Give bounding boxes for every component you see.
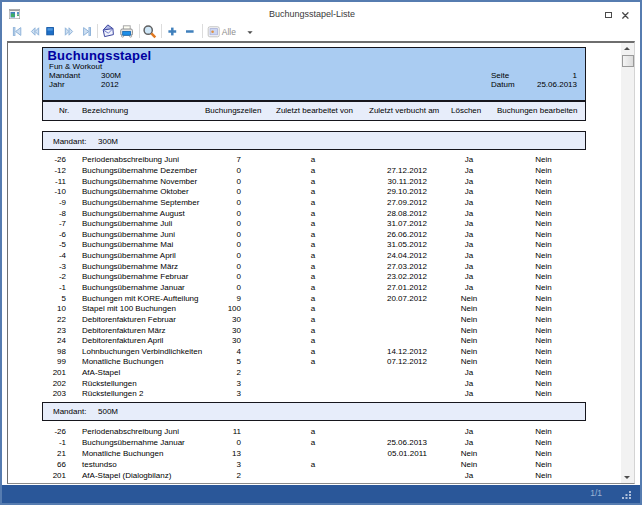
svg-text:Alle: Alle: [222, 27, 236, 37]
